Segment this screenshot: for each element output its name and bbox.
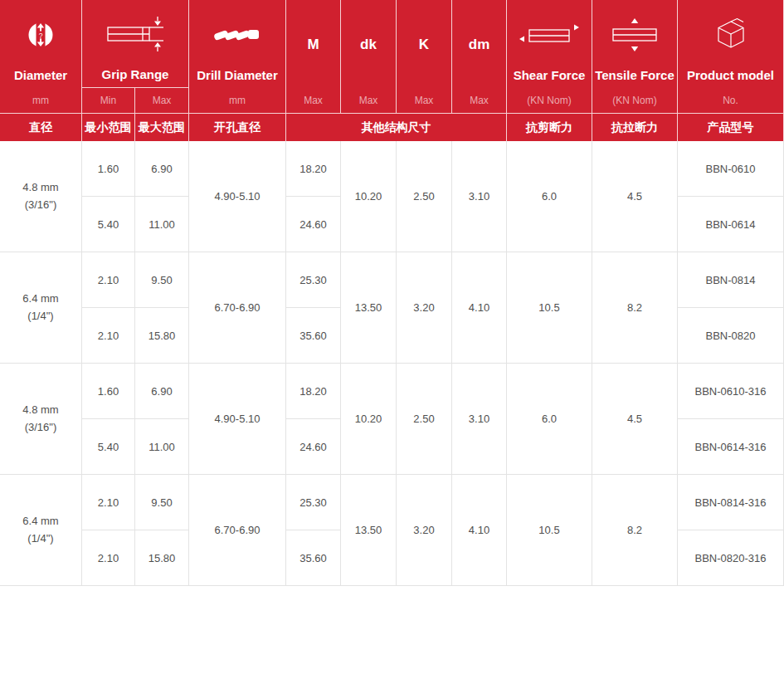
m-cell: 24.60 <box>286 419 341 475</box>
drill-diameter-cell: 6.70-6.90 <box>189 475 286 586</box>
grip-min-cell: 1.60 <box>82 364 135 419</box>
grip-max-cell: 6.90 <box>135 364 189 419</box>
grip-min-zh-label: 最小范围 <box>82 114 135 141</box>
shear-force-cell: 10.5 <box>507 475 592 586</box>
diameter-header-label: Diameter <box>14 69 67 81</box>
table-row: 4.8 mm (3/16") 1.60 6.90 4.90-5.10 18.20… <box>0 364 784 419</box>
product-model-cell: BBN-0614-316 <box>678 419 784 475</box>
dm-cell: 4.10 <box>452 475 507 586</box>
dm-cell: 3.10 <box>452 141 507 252</box>
dm-header-label: dm <box>469 37 490 51</box>
drill-diameter-zh-label: 开孔直径 <box>189 114 286 141</box>
grip-min-label: Min <box>82 88 135 114</box>
k-cell: 3.20 <box>397 252 452 364</box>
product-model-cell: BBN-0820 <box>678 308 784 364</box>
col-header-grip-range: Grip Range <box>82 0 189 88</box>
shear-force-cell: 6.0 <box>507 141 592 252</box>
header-row-main: ? Diameter <box>0 0 784 88</box>
product-model-cell: BBN-0814 <box>678 252 784 308</box>
m-cell: 18.20 <box>286 364 341 419</box>
dk-cell: 13.50 <box>341 475 397 586</box>
drill-diameter-header-label: Drill Diameter <box>197 69 278 81</box>
grip-min-cell: 5.40 <box>82 419 135 475</box>
k-sub-label: Max <box>397 88 452 114</box>
drill-diameter-cell: 4.90-5.10 <box>189 141 286 252</box>
grip-max-cell: 11.00 <box>135 419 189 475</box>
k-header-label: K <box>419 37 429 51</box>
dm-cell: 4.10 <box>452 252 507 364</box>
product-box-icon <box>678 1 783 69</box>
shear-force-cell: 10.5 <box>507 252 592 364</box>
k-cell: 3.20 <box>397 475 452 586</box>
dm-sub-label: Max <box>452 88 507 114</box>
grip-min-cell: 2.10 <box>82 308 135 364</box>
tensile-force-header-label: Tensile Force <box>595 69 674 81</box>
m-cell: 35.60 <box>286 530 341 586</box>
product-model-cell: BBN-0614 <box>678 197 784 252</box>
col-header-drill-diameter: Drill Diameter <box>189 0 286 88</box>
tensile-force-cell: 4.5 <box>592 141 678 252</box>
tensile-force-cell: 8.2 <box>592 252 678 364</box>
product-spec-table: ? Diameter <box>0 0 784 586</box>
grip-range-header-label: Grip Range <box>102 68 169 81</box>
dk-cell: 13.50 <box>341 252 397 364</box>
diameter-cell: 6.4 mm (1/4") <box>0 475 82 586</box>
col-header-diameter: ? Diameter <box>0 0 82 88</box>
shear-unit-label: (KN Nom) <box>507 88 592 114</box>
other-dims-zh-label: 其他结构尺寸 <box>286 114 507 141</box>
grip-min-cell: 5.40 <box>82 197 135 252</box>
drill-diameter-unit: mm <box>189 88 286 114</box>
col-header-shear-force: Shear Force <box>507 0 592 88</box>
dk-cell: 10.20 <box>341 364 397 475</box>
grip-min-cell: 2.10 <box>82 530 135 586</box>
m-cell: 35.60 <box>286 308 341 364</box>
col-header-k: K <box>397 0 452 88</box>
grip-max-zh-label: 最大范围 <box>135 114 189 141</box>
header-row-units: mm Min Max mm Max Max Max Max (KN Nom) (… <box>0 88 784 114</box>
m-sub-label: Max <box>286 88 341 114</box>
drill-diameter-cell: 4.90-5.10 <box>189 364 286 475</box>
shear-force-cell: 6.0 <box>507 364 592 475</box>
diameter-cell: 4.8 mm (3/16") <box>0 364 82 475</box>
k-cell: 2.50 <box>397 141 452 252</box>
table-row: 6.4 mm (1/4") 2.10 9.50 6.70-6.90 25.30 … <box>0 252 784 308</box>
dk-cell: 10.20 <box>341 141 397 252</box>
m-cell: 24.60 <box>286 197 341 252</box>
grip-max-cell: 15.80 <box>135 308 189 364</box>
header-row-chinese: 直径 最小范围 最大范围 开孔直径 其他结构尺寸 抗剪断力 抗拉断力 产品型号 <box>0 114 784 141</box>
tensile-force-cell: 4.5 <box>592 364 678 475</box>
diameter-unit: mm <box>0 88 82 114</box>
m-cell: 25.30 <box>286 475 341 530</box>
diameter-cell: 6.4 mm (1/4") <box>0 252 82 364</box>
product-model-header-label: Product model <box>687 69 774 81</box>
diameter-icon: ? <box>0 1 81 69</box>
grip-min-cell: 2.10 <box>82 475 135 530</box>
table-row: 4.8 mm (3/16") 1.60 6.90 4.90-5.10 18.20… <box>0 141 784 197</box>
grip-max-label: Max <box>135 88 189 114</box>
tensile-force-cell: 8.2 <box>592 475 678 586</box>
col-header-m: M <box>286 0 341 88</box>
product-model-cell: BBN-0610 <box>678 141 784 197</box>
grip-min-cell: 1.60 <box>82 141 135 197</box>
grip-min-cell: 2.10 <box>82 252 135 308</box>
tensile-force-icon <box>592 1 677 69</box>
product-sub-label: No. <box>678 88 784 114</box>
drill-bit-icon <box>189 1 285 69</box>
col-header-product-model: Product model <box>678 0 784 88</box>
k-cell: 2.50 <box>397 364 452 475</box>
grip-max-cell: 11.00 <box>135 197 189 252</box>
col-header-dm: dm <box>452 0 507 88</box>
svg-text:?: ? <box>39 31 43 39</box>
product-zh-label: 产品型号 <box>678 114 784 141</box>
product-model-cell: BBN-0814-316 <box>678 475 784 530</box>
m-cell: 18.20 <box>286 141 341 197</box>
grip-max-cell: 6.90 <box>135 141 189 197</box>
col-header-tensile-force: Tensile Force <box>592 0 678 88</box>
product-model-cell: BBN-0820-316 <box>678 530 784 586</box>
m-cell: 25.30 <box>286 252 341 308</box>
shear-zh-label: 抗剪断力 <box>507 114 592 141</box>
grip-range-icon <box>82 0 188 68</box>
diameter-zh-label: 直径 <box>0 114 82 141</box>
dm-cell: 3.10 <box>452 364 507 475</box>
col-header-dk: dk <box>341 0 397 88</box>
